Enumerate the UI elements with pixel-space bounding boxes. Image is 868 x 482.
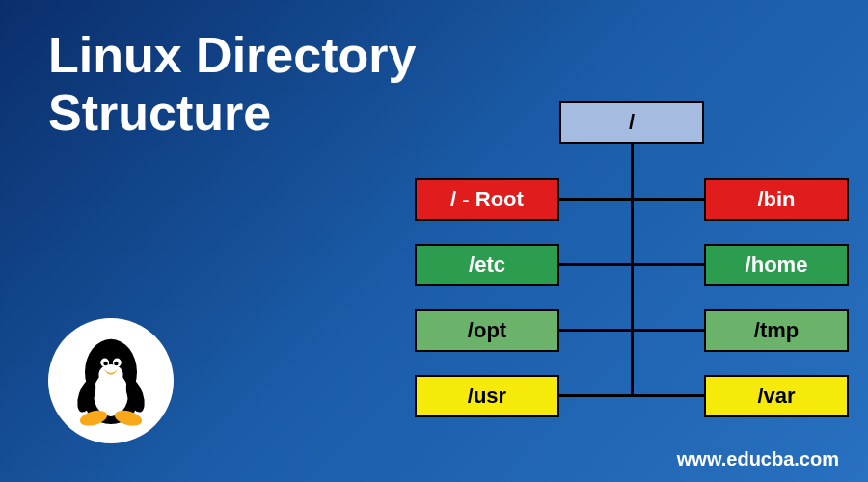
tree-branch-line [559, 198, 704, 201]
tree-trunk-line [631, 144, 634, 396]
svg-point-3 [98, 364, 122, 386]
footer-url: www.educba.com [677, 448, 839, 470]
directory-tree-diagram: / / - Root /bin /etc /home /opt /tmp /us… [415, 101, 849, 429]
node-usr: /usr [415, 375, 559, 417]
node-label: /tmp [754, 318, 799, 343]
tux-penguin-icon [68, 333, 154, 429]
tux-logo-circle [48, 318, 174, 443]
node-tmp: /tmp [704, 309, 849, 352]
node-root-desc: / - Root [415, 178, 559, 221]
node-label: /bin [757, 187, 795, 212]
node-label: /home [746, 253, 808, 278]
tree-branch-line [559, 263, 704, 266]
tree-branch-line [559, 394, 704, 397]
svg-point-6 [103, 362, 108, 366]
node-label: /usr [468, 384, 506, 409]
node-etc: /etc [415, 244, 559, 286]
node-var: /var [704, 375, 849, 417]
node-label: /var [757, 384, 795, 409]
node-bin: /bin [704, 178, 849, 221]
node-label: /opt [468, 318, 506, 343]
node-label: /etc [469, 253, 505, 278]
title-line-2: Structure [48, 85, 416, 143]
node-home: /home [704, 244, 849, 286]
tree-branch-line [559, 329, 704, 332]
title-line-1: Linux Directory [48, 27, 416, 85]
node-opt: /opt [415, 309, 559, 352]
node-label: / [629, 110, 635, 135]
node-label: / - Root [450, 187, 524, 212]
node-root: / [559, 101, 704, 144]
page-title: Linux Directory Structure [48, 27, 416, 143]
svg-point-7 [114, 362, 119, 366]
